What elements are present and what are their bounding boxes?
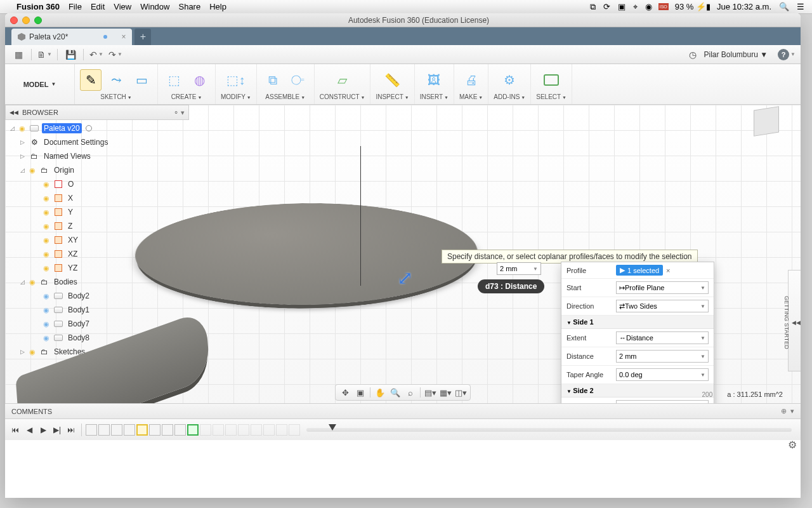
viewport[interactable]: ◀◀ BROWSER ⚬ ▾ ◿◉ Paleta v20 ▷ ⚙ Documen… bbox=[5, 105, 801, 418]
collapse-comments-icon[interactable]: ▾ bbox=[790, 407, 794, 415]
tab-close-button[interactable]: × bbox=[121, 32, 126, 41]
timeline-feature[interactable] bbox=[149, 424, 160, 436]
tree-axis-x[interactable]: ◉X bbox=[8, 191, 187, 205]
timeline-settings-icon[interactable]: ⚙ bbox=[788, 439, 797, 451]
tree-sketches[interactable]: ▷◉ 🗀 Sketches bbox=[8, 345, 187, 359]
tree-bodies[interactable]: ◿◉ 🗀 Bodies bbox=[8, 275, 187, 289]
select-icon[interactable] bbox=[544, 74, 559, 86]
keyboard-flag-icon[interactable]: ISO bbox=[658, 3, 669, 10]
tree-axis-z[interactable]: ◉Z bbox=[8, 219, 187, 233]
tree-plane-xz[interactable]: ◉XZ bbox=[8, 247, 187, 261]
wifi-icon[interactable]: ◉ bbox=[645, 2, 652, 11]
joint-origin-icon[interactable]: ⧃ bbox=[287, 69, 309, 91]
ribbon-label[interactable]: CREATE bbox=[171, 93, 202, 100]
menu-help[interactable]: Help bbox=[209, 2, 226, 11]
window-close-button[interactable] bbox=[10, 17, 18, 24]
notification-center-icon[interactable]: ☰ bbox=[797, 2, 804, 11]
window-maximize-button[interactable] bbox=[34, 17, 42, 24]
comments-bar[interactable]: COMMENTS ⊕▾ bbox=[5, 403, 801, 418]
file-menu-button[interactable]: 🗎▼ bbox=[36, 48, 53, 62]
save-button[interactable]: 💾 bbox=[62, 48, 79, 62]
tree-named-views[interactable]: ▷ 🗀 Named Views bbox=[8, 149, 187, 163]
timeline-feature-suppressed[interactable] bbox=[289, 424, 300, 436]
timeline-feature[interactable] bbox=[162, 424, 173, 436]
profile-selection-chip[interactable]: ▶ 1 selected bbox=[616, 265, 663, 276]
activate-radio[interactable] bbox=[86, 125, 92, 131]
look-at-icon[interactable]: ▣ bbox=[353, 386, 367, 399]
timeline-end-button[interactable]: ⏭ bbox=[65, 424, 77, 436]
ribbon-label[interactable]: SKETCH bbox=[100, 93, 131, 100]
spotlight-icon[interactable]: 🔍 bbox=[779, 2, 789, 11]
make-icon[interactable]: 🖨 bbox=[461, 69, 482, 91]
insert-icon[interactable]: 🖼 bbox=[423, 69, 445, 91]
timeline-feature-suppressed[interactable] bbox=[225, 424, 237, 436]
joint-icon[interactable]: ⧉ bbox=[262, 69, 284, 91]
clear-selection-button[interactable]: × bbox=[663, 267, 673, 274]
extent1-select[interactable]: ↔ Distance▼ bbox=[616, 331, 709, 344]
tree-axis-o[interactable]: ◉O bbox=[8, 177, 187, 191]
getting-started-tab[interactable]: ◀◀ GETTING STARTED bbox=[788, 270, 801, 371]
orbit-icon[interactable]: ✥ bbox=[338, 386, 352, 399]
viewcube[interactable] bbox=[746, 105, 785, 140]
timeline-feature-active[interactable] bbox=[136, 424, 148, 436]
direction-select[interactable]: ⇄ Two Sides▼ bbox=[616, 300, 709, 312]
press-pull-icon[interactable]: ⬚↕ bbox=[225, 69, 247, 91]
ribbon-label[interactable]: MAKE bbox=[459, 93, 483, 100]
distance1-input[interactable]: 2 mm▼ bbox=[616, 350, 709, 363]
ribbon-label[interactable]: SELECT bbox=[536, 93, 566, 100]
timeline-feature[interactable] bbox=[174, 424, 186, 436]
rectangle-icon[interactable]: ▭ bbox=[131, 69, 152, 91]
menubar-app-name[interactable]: Fusion 360 bbox=[16, 2, 60, 11]
tree-body1[interactable]: ◉Body1 bbox=[8, 303, 187, 317]
menu-file[interactable]: File bbox=[69, 2, 82, 11]
battery-status[interactable]: 93 % ⚡▮ bbox=[675, 2, 710, 11]
menu-view[interactable]: View bbox=[114, 2, 131, 11]
extrude-manipulator-icon[interactable]: ⤢ bbox=[397, 267, 413, 289]
timeline-feature-suppressed[interactable] bbox=[200, 424, 211, 436]
timeline-feature-suppressed[interactable] bbox=[251, 424, 262, 436]
display-settings-icon[interactable]: ▤▾ bbox=[423, 386, 437, 399]
menu-edit[interactable]: Edit bbox=[91, 2, 105, 11]
timeline-feature-suppressed[interactable] bbox=[238, 424, 249, 436]
zoom-icon[interactable]: 🔍 bbox=[388, 386, 402, 399]
timeline-marker[interactable] bbox=[329, 424, 336, 431]
viewport-layout-icon[interactable]: ◫▾ bbox=[454, 386, 468, 399]
grid-settings-icon[interactable]: ▦▾ bbox=[438, 386, 452, 399]
timeline-start-button[interactable]: ⏮ bbox=[9, 424, 22, 436]
tree-body7[interactable]: ◉Body7 bbox=[8, 317, 187, 331]
sync-icon[interactable]: ⟳ bbox=[603, 2, 610, 11]
tree-plane-yz[interactable]: ◉YZ bbox=[8, 261, 187, 275]
taper1-input[interactable]: 0.0 deg▼ bbox=[616, 368, 709, 381]
revolve-icon[interactable]: ◍ bbox=[188, 69, 210, 91]
measure-icon[interactable]: 📏 bbox=[382, 69, 403, 91]
plane-icon[interactable]: ▱ bbox=[332, 69, 353, 91]
menu-share[interactable]: Share bbox=[178, 2, 200, 11]
bluetooth-icon[interactable]: ⌖ bbox=[633, 2, 638, 12]
job-status-icon[interactable]: ◷ bbox=[684, 48, 701, 62]
timeline-feature-current[interactable] bbox=[187, 424, 199, 436]
browser-header[interactable]: ◀◀ BROWSER ⚬ ▾ bbox=[5, 105, 189, 120]
create-sketch-icon[interactable]: ✎ bbox=[80, 69, 102, 91]
tree-body8[interactable]: ◉Body8 bbox=[8, 331, 187, 345]
timeline-feature-suppressed[interactable] bbox=[276, 424, 287, 436]
ribbon-label[interactable]: INSPECT bbox=[376, 93, 409, 100]
start-select[interactable]: ↦ Profile Plane▼ bbox=[616, 281, 709, 294]
redo-button[interactable]: ↷▼ bbox=[107, 48, 124, 62]
new-tab-button[interactable]: + bbox=[134, 29, 151, 45]
ribbon-label[interactable]: ASSEMBLE bbox=[265, 93, 305, 100]
display-icon[interactable]: ▣ bbox=[618, 2, 625, 11]
line-icon[interactable]: ⤳ bbox=[105, 69, 127, 91]
menubar-clock[interactable]: Jue 10:32 a.m. bbox=[717, 2, 771, 11]
window-minimize-button[interactable] bbox=[22, 17, 30, 24]
timeline-next-button[interactable]: ▶| bbox=[51, 424, 63, 436]
add-comment-icon[interactable]: ⊕ bbox=[781, 407, 787, 415]
ribbon-label[interactable]: INSERT bbox=[420, 93, 449, 100]
timeline-play-button[interactable]: ▶ bbox=[37, 424, 49, 436]
timeline-prev-button[interactable]: ◀ bbox=[23, 424, 36, 436]
timeline-feature[interactable] bbox=[111, 424, 122, 436]
ribbon-label[interactable]: CONSTRUCT bbox=[320, 93, 365, 100]
timeline-feature-suppressed[interactable] bbox=[213, 424, 224, 436]
user-menu[interactable]: Pilar Bolumburu ▼ bbox=[704, 50, 768, 59]
timeline-feature[interactable] bbox=[98, 424, 110, 436]
timeline-feature[interactable] bbox=[124, 424, 135, 436]
